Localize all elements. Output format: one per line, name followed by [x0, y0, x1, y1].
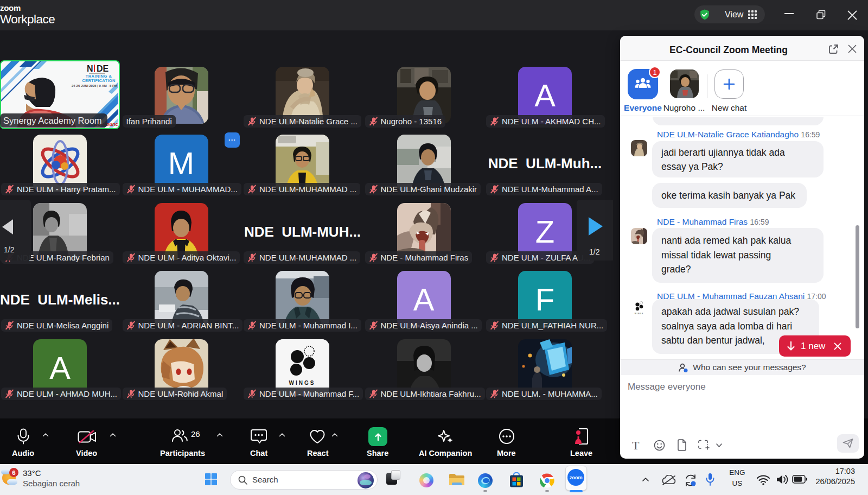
svg-text:CERTIFICATION: CERTIFICATION	[82, 78, 115, 83]
svg-text:WINGS: WINGS	[635, 313, 644, 315]
svg-text:N: N	[87, 64, 93, 73]
svg-text:24-26 JUNI 2025 | 9 AM - 5 PM: 24-26 JUNI 2025 | 9 AM - 5 PM	[72, 84, 117, 87]
svg-text:WINGS: WINGS	[289, 380, 316, 386]
svg-text:DE: DE	[97, 64, 109, 73]
